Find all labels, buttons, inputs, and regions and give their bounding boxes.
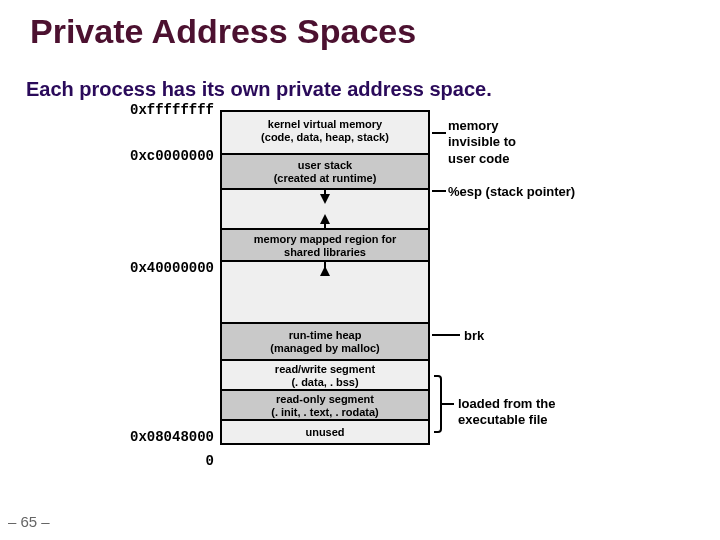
seg-gap-2	[222, 260, 428, 322]
seg-kernel-l1: kernel virtual memory	[268, 118, 382, 130]
mmap-growth-arrow	[320, 214, 330, 224]
addr-top: 0xffffffff	[94, 102, 214, 118]
seg-heap: run-time heap (managed by malloc)	[222, 322, 428, 359]
addr-kernel-base: 0xc0000000	[94, 148, 214, 164]
seg-ustack-l2: (created at runtime)	[274, 172, 377, 184]
address-space-diagram: kernel virtual memory (code, data, heap,…	[220, 110, 430, 445]
seg-unused-label: unused	[305, 426, 344, 438]
seg-mmap-l2: shared libraries	[284, 246, 366, 258]
note-loaded-l1: loaded from the	[458, 396, 556, 411]
line-kernel-note	[432, 132, 446, 134]
page-subtitle: Each process has its own private address…	[26, 78, 492, 101]
seg-kernel: kernel virtual memory (code, data, heap,…	[222, 112, 428, 153]
seg-heap-l2: (managed by malloc)	[270, 342, 379, 354]
note-invisible-l1: memory	[448, 118, 499, 133]
seg-rw-l2: (. data, . bss)	[291, 376, 358, 388]
note-invisible-l2: invisible to	[448, 134, 516, 149]
heap-mmap-arrow	[320, 266, 330, 276]
note-esp: %esp (stack pointer)	[448, 184, 575, 200]
seg-ro-l2: (. init, . text, . rodata)	[271, 406, 379, 418]
brace-executable	[434, 375, 442, 433]
seg-ustack-l1: user stack	[298, 159, 352, 171]
note-invisible-l3: user code	[448, 151, 509, 166]
line-brk	[432, 334, 460, 336]
line-esp	[432, 190, 446, 192]
seg-unused: unused	[222, 419, 428, 443]
seg-mmap: memory mapped region for shared librarie…	[222, 228, 428, 260]
seg-rw-l1: read/write segment	[275, 363, 375, 375]
seg-read-only: read-only segment (. init, . text, . rod…	[222, 389, 428, 419]
seg-read-write: read/write segment (. data, . bss)	[222, 359, 428, 389]
brace-tick	[442, 403, 454, 405]
seg-heap-l1: run-time heap	[289, 329, 362, 341]
note-brk: brk	[464, 328, 484, 344]
stack-growth-arrow	[320, 194, 330, 204]
seg-mmap-l1: memory mapped region for	[254, 233, 396, 245]
slide-number: – 65 –	[8, 513, 50, 530]
note-loaded: loaded from the executable file	[458, 396, 556, 429]
note-invisible: memory invisible to user code	[448, 118, 516, 167]
seg-user-stack: user stack (created at runtime)	[222, 153, 428, 188]
addr-zero: 0	[94, 453, 214, 469]
seg-ro-l1: read-only segment	[276, 393, 374, 405]
addr-mmap-base: 0x40000000	[94, 260, 214, 276]
page-title: Private Address Spaces	[30, 12, 416, 51]
note-loaded-l2: executable file	[458, 412, 548, 427]
addr-text-base: 0x08048000	[94, 429, 214, 445]
seg-gap-1	[222, 188, 428, 228]
seg-kernel-l2: (code, data, heap, stack)	[261, 131, 389, 143]
